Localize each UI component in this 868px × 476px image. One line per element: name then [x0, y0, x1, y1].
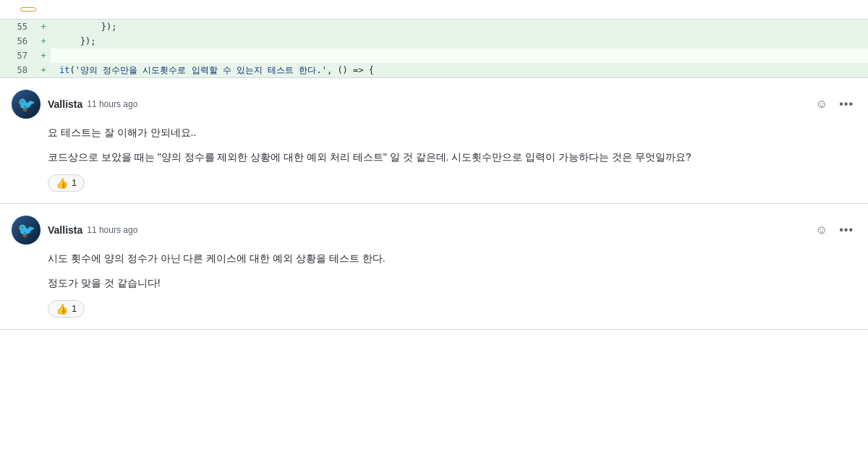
line-sign: + — [36, 63, 51, 77]
smile-icon: ☺ — [816, 98, 827, 111]
reaction-bar: 👍 1 — [48, 174, 856, 192]
comment-time: 11 hours ago — [87, 99, 137, 109]
file-header — [0, 0, 868, 20]
more-options-button[interactable]: ••• — [836, 95, 856, 114]
comment-author: Vallista — [48, 98, 82, 110]
code-line: 56+ }); — [0, 34, 868, 48]
comment-paragraph: 시도 횟수에 양의 정수가 아닌 다른 케이스에 대한 예외 상황을 테스트 한… — [48, 250, 856, 266]
line-content: }); — [51, 20, 868, 34]
comment-item: 🐦 Vallista 11 hours ago ☺ ••• 시도 횟수에 양의 … — [0, 204, 868, 330]
code-line: 58+it('양의 정수만을 시도횟수로 입력할 수 있는지 테스트 한다.',… — [0, 63, 868, 77]
comment-section: 🐦 Vallista 11 hours ago ☺ ••• 요 테스트는 잘 이… — [0, 78, 868, 330]
comment-author-section: 🐦 Vallista 11 hours ago — [12, 216, 137, 245]
comment-header: 🐦 Vallista 11 hours ago ☺ ••• — [12, 216, 856, 245]
comment-meta: Vallista 11 hours ago — [48, 224, 137, 236]
avatar: 🐦 — [12, 90, 41, 119]
outdated-badge — [20, 7, 36, 12]
react-button[interactable]: ☺ — [813, 95, 830, 114]
comment-body: 요 테스트는 잘 이해가 안되네요..코드상으로 보았을 때는 "양의 정수를 … — [48, 124, 856, 166]
code-line: 57+ — [0, 48, 868, 63]
line-number: 57 — [0, 48, 36, 63]
line-number: 56 — [0, 34, 36, 48]
comment-meta: Vallista 11 hours ago — [48, 98, 137, 110]
dots-icon: ••• — [839, 224, 854, 237]
dots-icon: ••• — [839, 98, 854, 111]
comment-actions: ☺ ••• — [813, 95, 856, 114]
avatar: 🐦 — [12, 216, 41, 245]
line-content: }); — [51, 34, 868, 48]
comment-actions: ☺ ••• — [813, 221, 856, 239]
reaction-bar: 👍 1 — [48, 300, 856, 318]
avatar-image: 🐦 — [12, 216, 41, 245]
avatar-image: 🐦 — [12, 90, 41, 119]
comment-body: 시도 횟수에 양의 정수가 아닌 다른 케이스에 대한 예외 상황을 테스트 한… — [48, 250, 856, 292]
line-content: it('양의 정수만을 시도횟수로 입력할 수 있는지 테스트 한다.', ()… — [51, 63, 868, 77]
comment-paragraph: 정도가 맞을 것 같습니다! — [48, 275, 856, 291]
line-number: 58 — [0, 63, 36, 77]
file-review-container: 55+ });56+ });57+58+it('양의 정수만을 시도횟수로 입력… — [0, 0, 868, 330]
line-number: 55 — [0, 20, 36, 34]
comment-header: 🐦 Vallista 11 hours ago ☺ ••• — [12, 90, 856, 119]
comment-paragraph: 코드상으로 보았을 때는 "양의 정수를 제외한 상황에 대한 예외 처리 테스… — [48, 149, 856, 165]
line-sign: + — [36, 20, 51, 34]
thumbsup-reaction-button[interactable]: 👍 1 — [48, 300, 85, 318]
react-button[interactable]: ☺ — [813, 221, 830, 239]
code-diff: 55+ });56+ });57+58+it('양의 정수만을 시도횟수로 입력… — [0, 20, 868, 78]
reaction-count: 1 — [72, 177, 77, 188]
thumbsup-emoji: 👍 — [56, 177, 68, 189]
thumbsup-emoji: 👍 — [56, 303, 68, 315]
smile-icon: ☺ — [816, 224, 827, 237]
comment-item: 🐦 Vallista 11 hours ago ☺ ••• 요 테스트는 잘 이… — [0, 78, 868, 204]
reaction-count: 1 — [72, 303, 77, 314]
more-options-button[interactable]: ••• — [836, 221, 856, 239]
code-line: 55+ }); — [0, 20, 868, 34]
comment-time: 11 hours ago — [87, 225, 137, 235]
line-sign: + — [36, 34, 51, 48]
comment-author-section: 🐦 Vallista 11 hours ago — [12, 90, 137, 119]
thumbsup-reaction-button[interactable]: 👍 1 — [48, 174, 85, 192]
comment-author: Vallista — [48, 224, 82, 236]
comment-paragraph: 요 테스트는 잘 이해가 안되네요.. — [48, 124, 856, 140]
line-sign: + — [36, 48, 51, 63]
